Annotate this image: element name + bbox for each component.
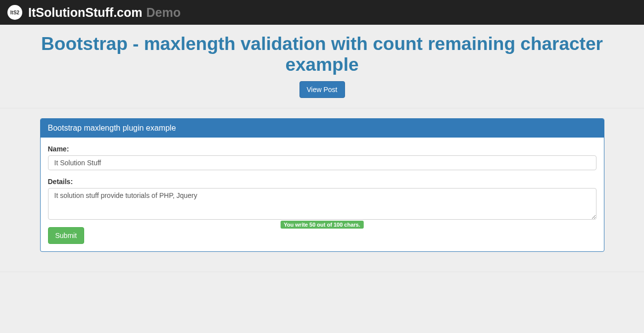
- panel-body: Name: Details: You write 50 out of 100 c…: [41, 138, 604, 251]
- demo-label: Demo: [147, 5, 181, 20]
- details-label: Details:: [48, 178, 596, 186]
- name-input[interactable]: [48, 155, 596, 170]
- divider: [0, 108, 644, 108]
- submit-button[interactable]: Submit: [48, 227, 85, 244]
- char-counter-badge: You write 50 out of 100 chars.: [280, 221, 363, 229]
- brand-name[interactable]: ItSolutionStuff.com: [28, 5, 143, 20]
- divider-2: [0, 272, 644, 272]
- details-textarea[interactable]: [48, 188, 596, 220]
- navbar: ItS2 ItSolutionStuff.com Demo: [0, 0, 644, 25]
- name-label: Name:: [48, 145, 596, 153]
- page-title: Bootstrap - maxlength validation with co…: [0, 34, 644, 75]
- panel-heading: Bootstrap maxlength plugin example: [41, 119, 604, 138]
- panel: Bootstrap maxlength plugin example Name:…: [40, 118, 604, 252]
- brand-logo[interactable]: ItS2: [7, 5, 22, 20]
- view-post-button[interactable]: View Post: [299, 81, 345, 98]
